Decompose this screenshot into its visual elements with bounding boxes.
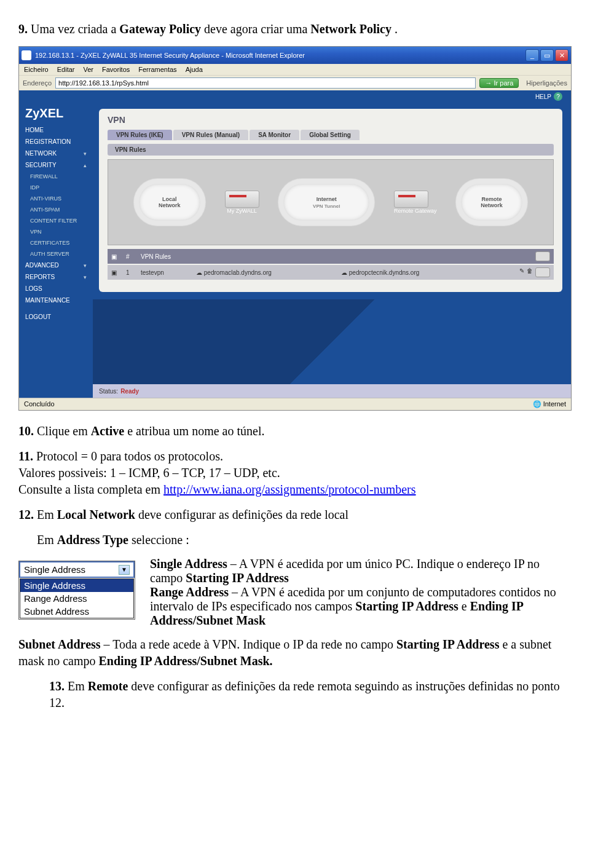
status-value: Ready bbox=[120, 388, 139, 395]
row-gw1: pedromaclab.dyndns.org bbox=[204, 269, 272, 276]
lbl: Internet bbox=[317, 196, 337, 202]
txt: e atribua um nome ao túnel. bbox=[124, 424, 264, 438]
close-button[interactable]: ✕ bbox=[555, 49, 568, 61]
row-num: 1 bbox=[126, 269, 141, 276]
logo: ZyXEL bbox=[19, 103, 93, 124]
sub: VPN Tunnel bbox=[313, 203, 340, 209]
url-input[interactable]: http://192.168.13.1/rpSys.html bbox=[55, 77, 476, 89]
sidebar-item-registration[interactable]: REGISTRATION bbox=[19, 136, 93, 148]
edit-icon[interactable]: ✎ bbox=[519, 267, 524, 277]
address-label: Endereço bbox=[23, 79, 52, 87]
links-label[interactable]: Hiperligações bbox=[526, 79, 567, 87]
sidebar-item-logs[interactable]: LOGS bbox=[19, 283, 93, 294]
status-zone: Internet bbox=[543, 400, 566, 408]
sidebar-item-advanced[interactable]: ADVANCED▾ bbox=[19, 259, 93, 271]
router-local: My ZyWALL bbox=[225, 191, 259, 214]
sidebar-item-antispam[interactable]: ANTI-SPAM bbox=[19, 204, 93, 215]
sidebar-item-contentfilter[interactable]: CONTENT FILTER bbox=[19, 215, 93, 226]
vpn-diagram: LocalNetwork My ZyWALL InternetVPN Tunne… bbox=[108, 159, 554, 245]
lbl: CONTENT FILTER bbox=[30, 218, 77, 224]
menu-favorites[interactable]: Favoritos bbox=[102, 66, 130, 73]
lbl: NETWORK bbox=[25, 150, 57, 157]
txt: deve agora criar uma bbox=[201, 22, 310, 36]
add-rule-icon[interactable] bbox=[535, 251, 550, 261]
page-title: VPN bbox=[108, 115, 554, 125]
chevron-down-icon: ▾ bbox=[84, 274, 87, 280]
step-13: 13. Em Remote deve configurar as definiç… bbox=[49, 678, 572, 711]
protocol-numbers-link[interactable]: http://www.iana.org/assignments/protocol… bbox=[163, 483, 416, 496]
term: Remote bbox=[88, 679, 128, 693]
sidebar-item-logout[interactable]: LOGOUT bbox=[19, 311, 93, 323]
sidebar: ZyXEL HOME REGISTRATION NETWORK▾ SECURIT… bbox=[19, 103, 93, 398]
add-network-policy-icon[interactable] bbox=[535, 267, 550, 277]
help-icon[interactable]: ? bbox=[554, 92, 562, 101]
cloud-remote: RemoteNetwork bbox=[461, 184, 522, 221]
subnet-address-desc: Subnet Address – Toda a rede acede à VPN… bbox=[18, 636, 572, 669]
txt: Uma vez criada a bbox=[28, 22, 119, 36]
tab-vpn-rules-manual[interactable]: VPN Rules (Manual) bbox=[173, 130, 248, 140]
term: Ending IP Address/Subnet Mask. bbox=[99, 654, 273, 668]
tab-vpn-rules-ike[interactable]: VPN Rules (IKE) bbox=[108, 130, 172, 140]
sidebar-item-reports[interactable]: REPORTS▾ bbox=[19, 271, 93, 283]
menu-help[interactable]: Ajuda bbox=[186, 66, 203, 73]
content-card: VPN VPN Rules (IKE) VPN Rules (Manual) S… bbox=[99, 109, 562, 292]
maximize-button[interactable]: ▭ bbox=[540, 49, 554, 61]
sidebar-spacer bbox=[19, 306, 93, 311]
cap: My ZyWALL bbox=[225, 208, 259, 214]
menu-file[interactable]: Eicheiro bbox=[24, 66, 49, 73]
help-link[interactable]: HELP bbox=[535, 93, 551, 100]
step-12: 12. Em Local Network deve configurar as … bbox=[18, 507, 572, 523]
menu-edit[interactable]: Editar bbox=[57, 66, 75, 73]
tab-global-setting[interactable]: Global Setting bbox=[301, 130, 360, 140]
address-type-description: Single Address – A VPN é acedida por um … bbox=[150, 557, 572, 628]
ie-icon bbox=[22, 50, 31, 60]
sidebar-item-antivirus[interactable]: ANTI-VIRUS bbox=[19, 193, 93, 204]
chevron-down-icon[interactable]: ▼ bbox=[119, 565, 130, 575]
minimize-button[interactable]: _ bbox=[525, 49, 539, 61]
app-body: ZyXEL HOME REGISTRATION NETWORK▾ SECURIT… bbox=[19, 103, 571, 398]
address-type-dropdown: Single Address ▼ Single Address Range Ad… bbox=[18, 561, 135, 620]
dropdown-selected[interactable]: Single Address ▼ bbox=[19, 561, 135, 578]
lbl: SECURITY bbox=[25, 162, 57, 168]
sidebar-item-maintenance[interactable]: MAINTENANCE bbox=[19, 294, 93, 306]
txt: Em bbox=[65, 679, 88, 693]
lbl: REGISTRATION bbox=[25, 138, 71, 145]
delete-icon[interactable]: 🗑 bbox=[527, 267, 533, 277]
menu-tools[interactable]: Ferramentas bbox=[138, 66, 176, 73]
grid-header: ▣ # VPN Rules bbox=[108, 249, 554, 264]
sidebar-item-home[interactable]: HOME bbox=[19, 124, 93, 136]
sidebar-item-vpn[interactable]: VPN bbox=[19, 226, 93, 237]
term: Active bbox=[91, 424, 124, 438]
dropdown-value: Single Address bbox=[24, 564, 85, 575]
step-10: 10. Clique em Active e atribua um nome a… bbox=[18, 423, 572, 440]
txt: Clique em bbox=[34, 424, 91, 438]
txt: . bbox=[391, 22, 398, 36]
option-subnet-address[interactable]: Subnet Address bbox=[20, 605, 133, 618]
lbl: MAINTENANCE bbox=[25, 297, 70, 304]
term: Gateway Policy bbox=[119, 22, 201, 36]
sidebar-item-certificates[interactable]: CERTIFICATES bbox=[19, 237, 93, 248]
sidebar-item-security[interactable]: SECURITY▴ bbox=[19, 159, 93, 171]
sidebar-item-idp[interactable]: IDP bbox=[19, 182, 93, 193]
go-button[interactable]: → Ir para bbox=[479, 78, 519, 88]
option-single-address[interactable]: Single Address bbox=[20, 579, 133, 592]
menu-view[interactable]: Ver bbox=[84, 66, 94, 73]
internet-zone-icon: 🌐 bbox=[533, 400, 541, 408]
term: Range Address bbox=[150, 585, 229, 599]
term: Starting IP Address bbox=[396, 637, 499, 651]
option-range-address[interactable]: Range Address bbox=[20, 592, 133, 605]
cloud-local: LocalNetwork bbox=[139, 184, 200, 221]
sidebar-item-firewall[interactable]: FIREWALL bbox=[19, 171, 93, 182]
tab-sa-monitor[interactable]: SA Monitor bbox=[250, 130, 299, 140]
sidebar-item-network[interactable]: NETWORK▾ bbox=[19, 148, 93, 159]
term: Subnet Address bbox=[18, 637, 101, 651]
lbl: ADVANCED bbox=[25, 262, 59, 269]
lbl: RemoteNetwork bbox=[481, 196, 503, 208]
expand-icon[interactable]: ▣ bbox=[111, 269, 126, 276]
sidebar-item-authserver[interactable]: AUTH SERVER bbox=[19, 248, 93, 259]
term: Address Type bbox=[57, 533, 128, 546]
chevron-down-icon: ▾ bbox=[84, 151, 87, 157]
lbl: IDP bbox=[30, 184, 39, 191]
go-label: Ir para bbox=[494, 79, 514, 87]
collapse-icon[interactable]: ▣ bbox=[111, 253, 126, 260]
